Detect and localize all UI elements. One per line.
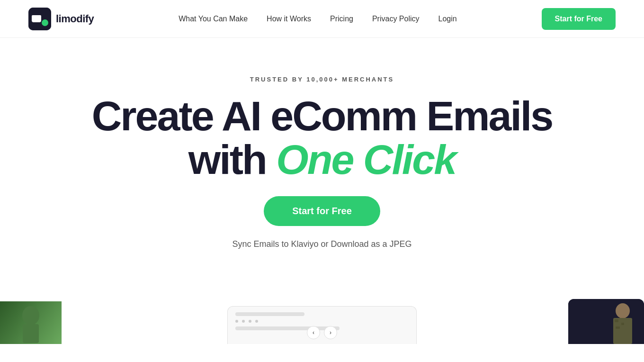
svg-point-8	[616, 303, 630, 318]
hero-headline-line2: with One Click	[188, 138, 456, 181]
preview-dot-4	[255, 320, 258, 323]
svg-point-2	[42, 19, 48, 26]
hero-headline-line1: Create AI eComm Emails	[92, 94, 552, 138]
nav-link-privacy-policy[interactable]: Privacy Policy	[372, 15, 420, 23]
preview-left-image	[0, 301, 62, 344]
nav-cta-button[interactable]: Start for Free	[542, 8, 616, 30]
logo[interactable]: limodify	[28, 8, 94, 30]
svg-rect-10	[615, 319, 618, 322]
svg-rect-12	[616, 326, 620, 329]
preview-nav-arrows: ‹ ›	[307, 326, 337, 339]
preview-prev-arrow[interactable]: ‹	[307, 326, 320, 339]
navbar: limodify What You Can Make How it Works …	[0, 0, 644, 38]
svg-rect-7	[568, 299, 644, 344]
nav-item-privacy-policy[interactable]: Privacy Policy	[372, 15, 420, 23]
svg-rect-0	[28, 8, 51, 30]
preview-strip: ‹ ›	[0, 292, 644, 344]
preview-next-arrow[interactable]: ›	[324, 326, 337, 339]
trusted-badge: TRUSTED BY 10,000+ MERCHANTS	[250, 76, 394, 83]
nav-link-pricing[interactable]: Pricing	[330, 15, 353, 23]
svg-rect-11	[621, 323, 624, 325]
headline-with-prefix: with	[188, 136, 276, 183]
svg-rect-1	[32, 15, 41, 22]
nav-link-login[interactable]: Login	[438, 15, 457, 23]
nav-link-what-you-can-make[interactable]: What You Can Make	[179, 15, 248, 23]
preview-dot-2	[242, 320, 245, 323]
preview-right-panel	[568, 299, 644, 344]
hero-cta-button[interactable]: Start for Free	[264, 196, 380, 226]
logo-icon	[28, 8, 51, 30]
nav-link-how-it-works[interactable]: How it Works	[267, 15, 311, 23]
nav-item-how-it-works[interactable]: How it Works	[267, 15, 311, 23]
brand-name: limodify	[56, 13, 94, 25]
nav-item-what-you-can-make[interactable]: What You Can Make	[179, 15, 248, 23]
nav-item-login[interactable]: Login	[438, 15, 457, 23]
preview-dot-3	[249, 320, 251, 323]
hero-section: TRUSTED BY 10,000+ MERCHANTS Create AI e…	[0, 38, 644, 292]
preview-dot-1	[235, 320, 238, 323]
headline-one-click: One Click	[276, 136, 456, 183]
preview-bar-1	[235, 312, 304, 316]
nav-item-pricing[interactable]: Pricing	[330, 15, 353, 23]
preview-dots	[235, 320, 409, 323]
hero-subtext: Sync Emails to Klaviyo or Download as a …	[232, 239, 411, 249]
svg-rect-6	[23, 324, 39, 343]
nav-links: What You Can Make How it Works Pricing P…	[179, 15, 456, 23]
svg-point-5	[22, 306, 39, 325]
